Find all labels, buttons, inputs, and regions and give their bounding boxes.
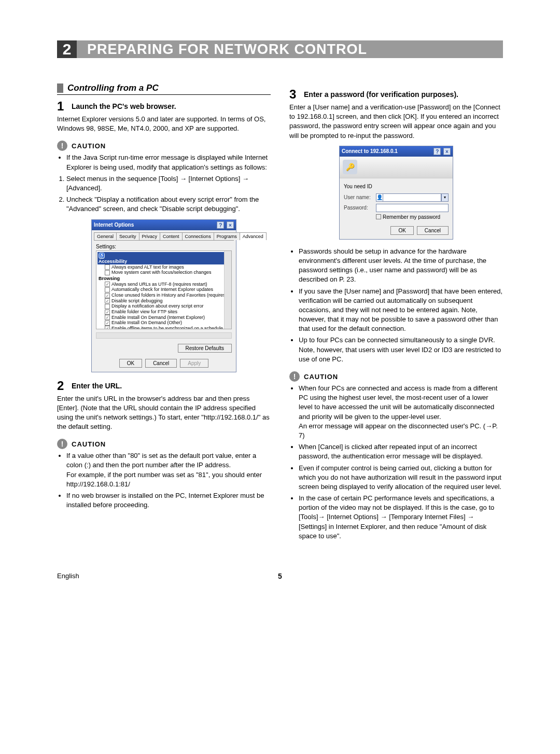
checkbox-icon[interactable]: ✓	[105, 293, 110, 298]
checkbox-icon[interactable]	[105, 287, 110, 292]
tree-item[interactable]: ✓Disable script debugging	[97, 298, 230, 304]
bullet: Up to four PCs can be connected simultan…	[299, 336, 503, 364]
password-input[interactable]	[376, 204, 449, 212]
step-1-body: Internet Explorer versions 5.0 and later…	[57, 115, 271, 133]
settings-tree[interactable]: ♿Accessibility Always expand ALT text fo…	[96, 250, 232, 329]
username-input[interactable]	[383, 193, 441, 202]
vertical-scrollbar[interactable]	[224, 251, 231, 329]
step-number: 3	[289, 88, 304, 101]
tree-item[interactable]: Always expand ALT text for images	[97, 264, 230, 270]
titlebar-buttons: ? ×	[432, 148, 451, 155]
checkbox-icon[interactable]: ✓	[105, 320, 110, 326]
bullet: If you save the [User name] and [Passwor…	[299, 287, 503, 334]
caution-word: CAUTION	[72, 440, 106, 448]
remember-row: Remember my password	[344, 214, 449, 220]
globe-icon: ♿	[99, 253, 105, 259]
cancel-button[interactable]: Cancel	[417, 226, 449, 235]
caution-2-list: If a value other than "80" is set as the…	[57, 451, 271, 510]
ok-button[interactable]: OK	[390, 226, 413, 235]
chapter-number: 2	[57, 40, 77, 58]
checkbox-icon[interactable]	[105, 264, 110, 270]
caution-bullet: If the Java Script run-time error messag…	[66, 153, 271, 172]
username-row: User name: 👤 ▾	[344, 193, 449, 202]
remember-label: Remember my password	[383, 214, 440, 220]
connect-button-row: OK Cancel	[344, 222, 449, 235]
close-icon[interactable]: ×	[227, 221, 234, 229]
caution-icon: !	[289, 371, 300, 382]
section-title: Controlling from a PC	[57, 83, 271, 95]
ok-button[interactable]: OK	[119, 359, 142, 368]
tab-advanced[interactable]: Advanced	[240, 232, 267, 240]
tree-item[interactable]: ✓Enable Install On Demand (Other)	[97, 320, 230, 326]
dialog-tabs: General Security Privacy Content Connect…	[94, 232, 234, 241]
tree-item[interactable]: ✓Close unused folders in History and Fav…	[97, 292, 230, 298]
step-3-body: Enter a [User name] and a verification-u…	[289, 103, 503, 141]
step-title: Enter the URL.	[72, 380, 122, 390]
caution-header-3: ! CAUTION	[289, 371, 503, 382]
tree-item[interactable]: Display a notification about every scrip…	[97, 303, 230, 309]
password-label: Password:	[344, 205, 376, 211]
checkbox-icon[interactable]: ✓	[105, 315, 110, 320]
tree-item[interactable]: ✓Enable folder view for FTP sites	[97, 309, 230, 315]
checkbox-icon[interactable]: ✓	[105, 282, 110, 287]
caution-1-steps: Select menus in the sequence [Tools] → […	[57, 174, 271, 214]
tab-programs[interactable]: Programs	[214, 232, 240, 240]
footer: English 5	[57, 572, 503, 580]
user-icon: 👤	[376, 193, 383, 202]
tree-item[interactable]: ✓Enable Install On Demand (Internet Expl…	[97, 315, 230, 320]
checkbox-icon[interactable]	[105, 270, 110, 275]
tree-cat-browsing: Browsing	[97, 275, 230, 282]
checkbox-icon[interactable]: ✓	[105, 298, 110, 303]
dialog-titlebar: Connect to 192.168.0.1 ? ×	[340, 146, 453, 157]
tab-content[interactable]: Content	[160, 232, 183, 240]
cancel-button[interactable]: Cancel	[145, 359, 177, 368]
settings-label: Settings:	[96, 244, 232, 249]
step-number: 2	[57, 380, 72, 392]
caution-header-2: ! CAUTION	[57, 439, 271, 449]
tree-item[interactable]: ✓Always send URLs as UTF-8 (requires res…	[97, 282, 230, 287]
step-3-bullets: Passwords should be setup in advance for…	[289, 247, 503, 364]
left-column: Controlling from a PC 1 Launch the PC's …	[57, 83, 271, 543]
caution-word: CAUTION	[72, 142, 106, 150]
caution-bullet: When [Cancel] is clicked after repeated …	[299, 442, 503, 461]
tab-connections[interactable]: Connections	[182, 232, 214, 240]
caution-bullet: If a value other than "80" is set as the…	[66, 451, 271, 489]
tree-item[interactable]: Automatically check for Internet Explore…	[97, 287, 230, 292]
internet-options-dialog: Internet Options ? × General Security Pr…	[91, 219, 236, 372]
caution-step: Select menus in the sequence [Tools] → […	[66, 174, 271, 193]
tab-privacy[interactable]: Privacy	[139, 232, 161, 240]
help-icon[interactable]: ?	[433, 148, 441, 155]
username-label: User name:	[344, 194, 376, 200]
tab-general[interactable]: General	[94, 232, 117, 240]
restore-row: Restore Defaults	[92, 342, 236, 357]
help-icon[interactable]: ?	[217, 221, 224, 229]
checkbox-icon[interactable]: ✓	[105, 326, 110, 329]
close-icon[interactable]: ×	[443, 148, 451, 155]
step-2-header: 2 Enter the URL.	[57, 380, 271, 392]
caution-icon: !	[57, 141, 67, 151]
horizontal-scrollbar[interactable]	[96, 332, 232, 339]
checkbox-icon[interactable]	[105, 304, 110, 309]
checkbox-icon[interactable]	[376, 214, 381, 219]
tree-item[interactable]: ✓Enable offline items to be synchronized…	[97, 326, 230, 329]
restore-defaults-button[interactable]: Restore Defaults	[178, 344, 232, 353]
dialog-title: Internet Options	[94, 222, 134, 228]
connect-dialog: Connect to 192.168.0.1 ? × 🔑 You need ID…	[339, 146, 453, 240]
caution-3-list: When four PCs are connected and access i…	[289, 384, 503, 541]
tab-security[interactable]: Security	[116, 232, 139, 240]
chapter-title: PREPARING FOR NETWORK CONTROL	[77, 40, 503, 58]
need-id-text: You need ID	[344, 184, 449, 189]
checkbox-icon[interactable]: ✓	[105, 310, 110, 315]
apply-button[interactable]: Apply	[180, 359, 208, 368]
caution-bullet: If no web browser is installed on the PC…	[66, 491, 271, 510]
step-number: 1	[57, 100, 72, 113]
tree-item[interactable]: Move system caret with focus/selection c…	[97, 270, 230, 275]
step-title: Enter a password (for verification purpo…	[304, 88, 458, 99]
caution-bullet: When four PCs are connected and access i…	[299, 384, 503, 440]
dropdown-icon[interactable]: ▾	[441, 193, 449, 202]
dialog-header-image: 🔑	[340, 157, 453, 178]
step-1-header: 1 Launch the PC's web browser.	[57, 100, 271, 113]
caution-bullet: Even if computer control is being carrie…	[299, 464, 503, 492]
step-2-body: Enter the unit's URL in the browser's ad…	[57, 394, 271, 432]
step-title: Launch the PC's web browser.	[72, 100, 176, 110]
